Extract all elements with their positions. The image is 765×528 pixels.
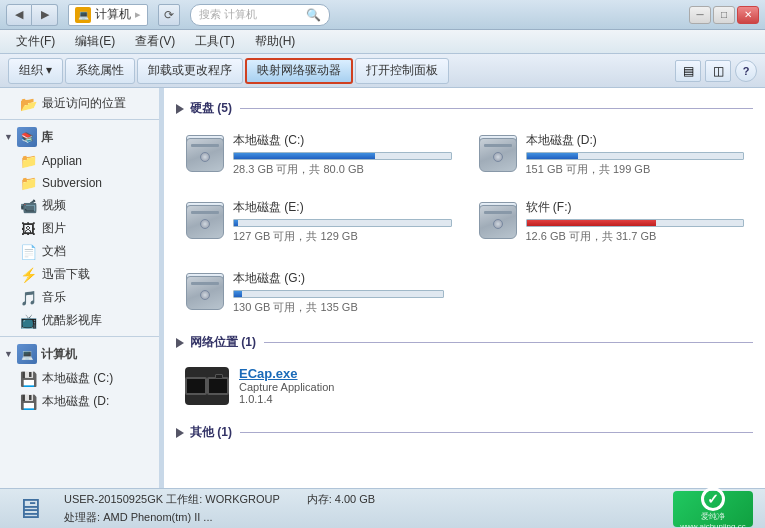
aichunjing-logo: ✓ 爱纯净 www.aichunjing.cc <box>673 491 753 527</box>
disk-stripe-g <box>191 282 219 285</box>
sidebar-drive-d[interactable]: 💾 本地磁盘 (D: <box>0 390 159 413</box>
status-line1: USER-20150925GK 工作组: WORKGROUP 内存: 4.00 … <box>64 491 657 509</box>
hard-disk-triangle <box>176 104 184 114</box>
drive-d-fill <box>527 153 579 159</box>
sidebar-item-applian[interactable]: 📁 Applian <box>0 150 159 172</box>
video-icon: 📹 <box>20 198 36 214</box>
drive-g-fill <box>234 291 242 297</box>
sidebar-divider-1 <box>0 119 159 120</box>
close-button[interactable]: ✕ <box>737 6 759 24</box>
map-drive-button[interactable]: 映射网络驱动器 <box>245 58 353 84</box>
sidebar-item-youku-label: 优酷影视库 <box>42 312 102 329</box>
disk-circle-e <box>200 219 210 229</box>
drive-f-bar <box>526 219 745 227</box>
drive-f-item[interactable]: 软件 (F:) 12.6 GB 可用，共 31.7 GB <box>469 192 754 251</box>
drive-f-fill <box>527 220 657 226</box>
sidebar-divider-2 <box>0 336 159 337</box>
network-triangle <box>176 338 184 348</box>
sidebar-item-pictures[interactable]: 🖼 图片 <box>0 217 159 240</box>
drive-c-bar <box>233 152 452 160</box>
youku-icon: 📺 <box>20 313 36 329</box>
drive-d-bar <box>526 152 745 160</box>
view-button-1[interactable]: ▤ <box>675 60 701 82</box>
menu-edit[interactable]: 编辑(E) <box>67 31 123 52</box>
title-bar-left: ◀ ▶ 💻 计算机 ▸ ⟳ 搜索 计算机 🔍 <box>6 4 330 26</box>
sidebar-item-music-label: 音乐 <box>42 289 66 306</box>
disk-circle-f <box>493 219 503 229</box>
control-panel-button[interactable]: 打开控制面板 <box>355 58 449 84</box>
sidebar-library-header[interactable]: ▼ 📚 库 <box>0 124 159 150</box>
drive-e-info: 本地磁盘 (E:) 127 GB 可用，共 129 GB <box>233 199 452 244</box>
organize-button[interactable]: 组织 ▾ <box>8 58 63 84</box>
sidebar-item-applian-label: Applian <box>42 154 82 168</box>
sidebar-item-music[interactable]: 🎵 音乐 <box>0 286 159 309</box>
disk-body-f <box>479 205 517 239</box>
status-memory-label: 内存: <box>307 493 335 505</box>
sidebar-recent[interactable]: 📂 最近访问的位置 <box>0 92 159 115</box>
drive-g-name: 本地磁盘 (G:) <box>233 270 444 287</box>
maximize-button[interactable]: □ <box>713 6 735 24</box>
menu-tools[interactable]: 工具(T) <box>187 31 242 52</box>
drive-c-space: 28.3 GB 可用，共 80.0 GB <box>233 162 452 177</box>
sidebar-item-docs-label: 文档 <box>42 243 66 260</box>
sidebar-computer-header[interactable]: ▼ 💻 计算机 <box>0 341 159 367</box>
content-area: 硬盘 (5) 本地磁盘 (C:) <box>164 88 765 488</box>
drive-d-item[interactable]: 本地磁盘 (D:) 151 GB 可用，共 199 GB <box>469 125 754 184</box>
applian-icon: 📁 <box>20 153 36 169</box>
menu-help[interactable]: 帮助(H) <box>247 31 304 52</box>
address-text: 计算机 <box>95 6 131 23</box>
drive-e-item[interactable]: 本地磁盘 (E:) 127 GB 可用，共 129 GB <box>176 192 461 251</box>
drive-e-fill <box>234 220 238 226</box>
minimize-button[interactable]: ─ <box>689 6 711 24</box>
disk-circle-d <box>493 152 503 162</box>
other-section-header: 其他 (1) <box>176 424 753 441</box>
network-item-ecap[interactable]: ECap.exe Capture Application 1.0.1.4 <box>176 359 753 412</box>
uninstall-button[interactable]: 卸载或更改程序 <box>137 58 243 84</box>
ecap-info: ECap.exe Capture Application 1.0.1.4 <box>239 366 334 405</box>
drive-d-name: 本地磁盘 (D:) <box>526 132 745 149</box>
search-bar[interactable]: 搜索 计算机 🔍 <box>190 4 330 26</box>
subversion-icon: 📁 <box>20 175 36 191</box>
sidebar-item-docs[interactable]: 📄 文档 <box>0 240 159 263</box>
address-bar[interactable]: 💻 计算机 ▸ <box>68 4 148 26</box>
sidebar-item-youku[interactable]: 📺 优酷影视库 <box>0 309 159 332</box>
drive-e-bar <box>233 219 452 227</box>
view-button-2[interactable]: ◫ <box>705 60 731 82</box>
hard-disk-section-header: 硬盘 (5) <box>176 100 753 117</box>
main-layout: 📂 最近访问的位置 ▼ 📚 库 📁 Applian 📁 Subversion 📹 <box>0 88 765 488</box>
search-placeholder: 搜索 计算机 <box>199 7 257 22</box>
drive-g-item[interactable]: 本地磁盘 (G:) 130 GB 可用，共 135 GB <box>176 263 453 322</box>
sidebar-item-subversion[interactable]: 📁 Subversion <box>0 172 159 194</box>
drive-e-space: 127 GB 可用，共 129 GB <box>233 229 452 244</box>
system-properties-button[interactable]: 系统属性 <box>65 58 135 84</box>
docs-icon: 📄 <box>20 244 36 260</box>
sidebar-computer-section: ▼ 💻 计算机 💾 本地磁盘 (C:) 💾 本地磁盘 (D: <box>0 341 159 413</box>
drive-f-info: 软件 (F:) 12.6 GB 可用，共 31.7 GB <box>526 199 745 244</box>
menu-view[interactable]: 查看(V) <box>127 31 183 52</box>
disk-stripe-c <box>191 144 219 147</box>
sidebar-item-thunder[interactable]: ⚡ 迅雷下载 <box>0 263 159 286</box>
status-workgroup-label: 工作组: <box>166 493 205 505</box>
library-collapse-icon: ▼ <box>4 132 13 142</box>
drive-e-name: 本地磁盘 (E:) <box>233 199 452 216</box>
help-button[interactable]: ? <box>735 60 757 82</box>
menu-file[interactable]: 文件(F) <box>8 31 63 52</box>
drive-c-info: 本地磁盘 (C:) 28.3 GB 可用，共 80.0 GB <box>233 132 452 177</box>
back-button[interactable]: ◀ <box>6 4 32 26</box>
drive-c-icon: 💾 <box>20 371 36 387</box>
sidebar-computer-label: 计算机 <box>41 346 77 363</box>
sidebar-item-subversion-label: Subversion <box>42 176 102 190</box>
logo-icon: ✓ <box>701 487 725 511</box>
ecap-name: ECap.exe <box>239 366 334 381</box>
computer-collapse-icon: ▼ <box>4 349 13 359</box>
refresh-button[interactable]: ⟳ <box>158 4 180 26</box>
sidebar-drive-c[interactable]: 💾 本地磁盘 (C:) <box>0 367 159 390</box>
sidebar-item-video[interactable]: 📹 视频 <box>0 194 159 217</box>
sidebar-item-pictures-label: 图片 <box>42 220 66 237</box>
logo-url: www.aichunjing.cc <box>680 522 745 529</box>
forward-button[interactable]: ▶ <box>32 4 58 26</box>
title-bar: ◀ ▶ 💻 计算机 ▸ ⟳ 搜索 计算机 🔍 ─ □ ✕ <box>0 0 765 30</box>
drive-g-space: 130 GB 可用，共 135 GB <box>233 300 444 315</box>
drive-g-bar <box>233 290 444 298</box>
drive-c-item[interactable]: 本地磁盘 (C:) 28.3 GB 可用，共 80.0 GB <box>176 125 461 184</box>
